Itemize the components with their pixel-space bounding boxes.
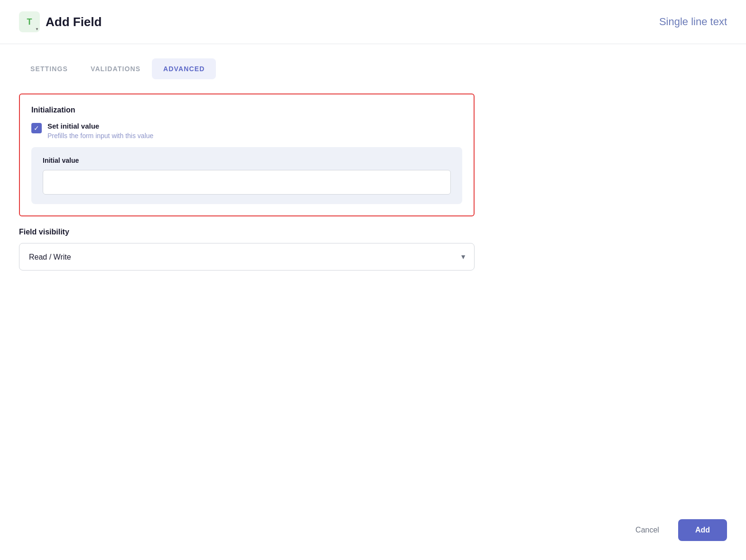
initialization-section: Initialization ✓ Set initial value Prefi… [19,93,475,216]
cancel-button[interactable]: Cancel [626,520,669,540]
visibility-label: Field visibility [19,228,475,236]
checkbox-label-group: Set initial value Prefills the form inpu… [47,122,153,140]
tabs-container: SETTINGS VALIDATIONS ADVANCED [0,44,746,79]
tab-advanced[interactable]: ADVANCED [152,58,216,79]
initialization-title: Initialization [31,106,462,114]
footer: Cancel Add [626,519,727,541]
checkmark-icon: ✓ [34,125,39,131]
initial-value-label: Initial value [43,157,451,164]
dropdown-arrow-icon: ▼ [35,27,39,31]
header: T ▼ Add Field Single line text [0,0,746,44]
field-type-label: Single line text [659,16,727,28]
tab-validations[interactable]: VALIDATIONS [79,58,152,79]
initial-value-input[interactable] [43,170,451,195]
visibility-select-wrapper: Read / Write Read only Hidden ▼ [19,243,475,271]
main-content: Initialization ✓ Set initial value Prefi… [0,79,746,285]
field-visibility-section: Field visibility Read / Write Read only … [19,228,475,271]
visibility-select[interactable]: Read / Write Read only Hidden [19,243,474,270]
initial-value-box: Initial value [31,147,462,204]
tab-settings[interactable]: SETTINGS [19,58,79,79]
add-button[interactable]: Add [678,519,727,541]
checkbox-row: ✓ Set initial value Prefills the form in… [31,122,462,140]
set-initial-value-checkbox[interactable]: ✓ [31,123,42,133]
page-title: Add Field [46,15,102,29]
field-type-icon-letter: T [27,17,32,27]
field-type-icon[interactable]: T ▼ [19,11,40,32]
header-left: T ▼ Add Field [19,11,102,32]
checkbox-label: Set initial value [47,122,153,130]
checkbox-description: Prefills the form input with this value [47,132,153,140]
